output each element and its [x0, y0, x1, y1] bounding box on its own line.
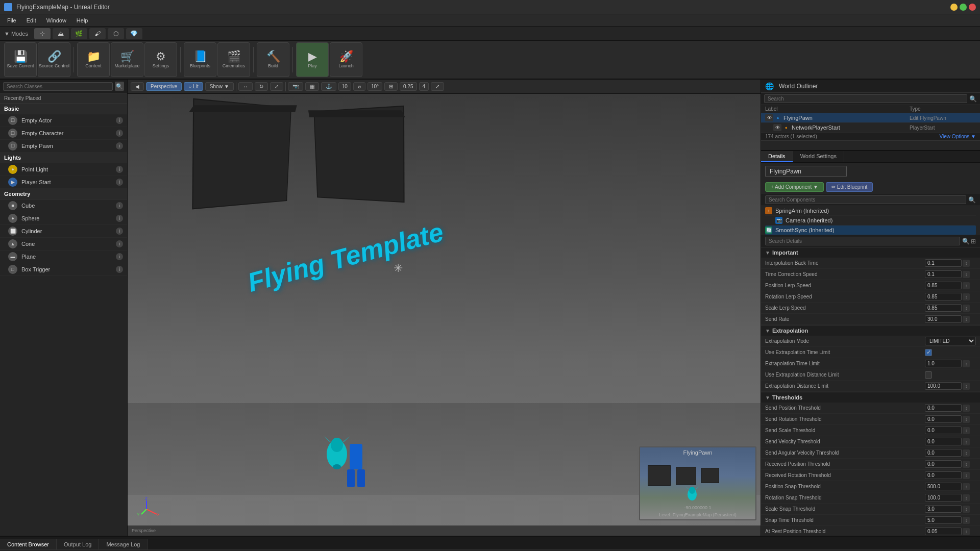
send-angular-velocity-threshold-spinner[interactable]: ↕: [963, 449, 970, 457]
viewport-arrow-left[interactable]: ◀: [131, 82, 144, 91]
search-classes-button[interactable]: 🔍: [115, 82, 124, 91]
save-current-button[interactable]: 💾 Save Current: [4, 42, 37, 77]
maximize-viewport-button[interactable]: ⤢: [431, 82, 444, 91]
menu-edit[interactable]: Edit: [21, 16, 41, 24]
outliner-search-button[interactable]: 🔍: [969, 95, 977, 103]
grid-toggle-button[interactable]: ▦: [305, 82, 319, 91]
send-angular-velocity-threshold-input[interactable]: [925, 449, 962, 457]
class-item-empty-actor[interactable]: ☐ Empty Actor i: [0, 114, 127, 127]
outliner-row-networkplayerstart[interactable]: 👁 🔸 NetworkPlayerStart PlayerStart: [761, 123, 980, 133]
component-name-input[interactable]: [765, 166, 847, 177]
search-classes-input[interactable]: [3, 82, 113, 91]
tab-output-log[interactable]: Output Log: [57, 539, 99, 549]
class-item-empty-character[interactable]: ☐ Empty Character i: [0, 127, 127, 140]
col-type-header[interactable]: Type: [910, 106, 976, 112]
scale-value[interactable]: 0.25: [400, 82, 416, 91]
empty-actor-info[interactable]: i: [116, 117, 123, 124]
class-item-point-light[interactable]: ● Point Light i: [0, 163, 127, 176]
tab-content-browser[interactable]: Content Browser: [0, 539, 57, 549]
send-scale-threshold-spinner[interactable]: ↕: [963, 427, 970, 434]
send-rotation-threshold-spinner[interactable]: ↕: [963, 416, 970, 423]
search-components-button[interactable]: 🔍: [968, 196, 976, 204]
translate-button[interactable]: ↔: [238, 82, 253, 91]
mode-geometry[interactable]: ⬡: [108, 28, 124, 39]
content-button[interactable]: 📁 Content: [77, 42, 110, 77]
grid-size-value[interactable]: 10: [338, 82, 351, 91]
extrapolation-distance-limit-input[interactable]: [925, 382, 962, 390]
class-item-cylinder[interactable]: ⬜ Cylinder i: [0, 225, 127, 238]
empty-pawn-info[interactable]: i: [116, 142, 123, 149]
class-item-sphere[interactable]: ● Sphere i: [0, 212, 127, 225]
networkplayerstart-visibility-toggle[interactable]: 👁: [773, 124, 781, 131]
extrapolation-time-limit-spinner[interactable]: ↕: [963, 360, 970, 367]
send-position-threshold-input[interactable]: [925, 404, 962, 412]
cylinder-info[interactable]: i: [116, 228, 123, 235]
interpolation-back-time-spinner[interactable]: ↕: [963, 260, 970, 267]
edit-blueprint-button[interactable]: ✏ Edit Blueprint: [826, 182, 873, 192]
view-options-button[interactable]: View Options ▼: [940, 134, 976, 139]
camera-speed-value[interactable]: 4: [419, 82, 429, 91]
perspective-button[interactable]: Perspective: [146, 82, 182, 91]
received-position-threshold-spinner[interactable]: ↕: [963, 461, 970, 468]
angle-icon[interactable]: ⌀: [353, 82, 365, 91]
position-lerp-speed-spinner[interactable]: ↕: [963, 282, 970, 289]
lit-button[interactable]: ○ Lit: [184, 82, 203, 91]
position-snap-threshold-input[interactable]: [925, 483, 962, 490]
snap-time-threshold-input[interactable]: [925, 516, 962, 524]
scale-snap-threshold-spinner[interactable]: ↕: [963, 506, 970, 513]
search-details-button[interactable]: 🔍: [962, 238, 970, 245]
menu-help[interactable]: Help: [71, 16, 93, 24]
use-extrapolation-time-limit-checkbox[interactable]: ✓: [925, 349, 932, 356]
received-position-threshold-input[interactable]: [925, 460, 962, 468]
empty-character-info[interactable]: i: [116, 130, 123, 137]
menu-file[interactable]: File: [2, 16, 21, 24]
flyingpawn-visibility-toggle[interactable]: 👁: [765, 114, 773, 121]
angle-value[interactable]: 10°: [368, 82, 382, 91]
search-details-input[interactable]: [765, 237, 960, 245]
comp-smoothsync[interactable]: 🔄 SmoothSync (Inherited): [765, 226, 976, 235]
extrapolation-mode-select[interactable]: LIMITED UNLIMITED NONE: [925, 337, 976, 345]
col-label-header[interactable]: Label: [765, 106, 910, 112]
mode-select[interactable]: ⊹: [34, 28, 51, 39]
position-snap-threshold-spinner[interactable]: ↕: [963, 483, 970, 490]
plane-info[interactable]: i: [116, 253, 123, 260]
scale-lerp-speed-input[interactable]: [925, 304, 962, 312]
received-rotation-threshold-spinner[interactable]: ↕: [963, 472, 970, 479]
rotation-snap-threshold-spinner[interactable]: ↕: [963, 494, 970, 502]
source-control-button[interactable]: 🔗 Source Control: [38, 42, 70, 77]
scale-button[interactable]: ⤢: [270, 82, 283, 91]
add-component-button[interactable]: + Add Component ▼: [765, 182, 824, 192]
minimize-button[interactable]: [950, 4, 958, 11]
interpolation-back-time-input[interactable]: [925, 259, 962, 267]
basic-section[interactable]: Basic: [0, 104, 127, 114]
snap-icon[interactable]: ⚓: [321, 82, 336, 91]
send-scale-threshold-input[interactable]: [925, 427, 962, 434]
launch-button[interactable]: 🚀 Launch: [330, 42, 362, 77]
viewport[interactable]: ◀ Perspective ○ Lit Show ▼ ↔ ↻ ⤢ 📷 ▦ ⚓ 1…: [128, 80, 761, 536]
mode-foliage[interactable]: 🌿: [71, 28, 87, 39]
tab-message-log[interactable]: Message Log: [99, 539, 148, 549]
send-rotation-threshold-input[interactable]: [925, 415, 962, 423]
menu-window[interactable]: Window: [41, 16, 71, 24]
send-rate-input[interactable]: [925, 315, 962, 323]
time-correction-speed-spinner[interactable]: ↕: [963, 271, 970, 278]
scale-snap-threshold-input[interactable]: [925, 505, 962, 513]
extrapolation-time-limit-input[interactable]: [925, 360, 962, 367]
class-item-cube[interactable]: ■ Cube i: [0, 199, 127, 212]
outliner-row-flyingpawn[interactable]: 👁 🔹 FlyingPawn Edit FlyingPawn: [761, 113, 980, 123]
settings-button[interactable]: ⚙ Settings: [144, 42, 177, 77]
maximize-button[interactable]: [960, 4, 967, 11]
marketplace-button[interactable]: 🛒 Marketplace: [111, 42, 143, 77]
class-item-cone[interactable]: ▲ Cone i: [0, 238, 127, 251]
tab-world-settings[interactable]: World Settings: [793, 151, 844, 162]
point-light-info[interactable]: i: [116, 166, 123, 173]
scale-lerp-speed-spinner[interactable]: ↕: [963, 305, 970, 312]
section-important-header[interactable]: ▼ Important: [761, 247, 980, 258]
received-rotation-threshold-input[interactable]: [925, 471, 962, 479]
search-components-input[interactable]: [765, 195, 966, 204]
rotation-lerp-speed-spinner[interactable]: ↕: [963, 293, 970, 300]
send-position-threshold-spinner[interactable]: ↕: [963, 405, 970, 412]
send-velocity-threshold-input[interactable]: [925, 438, 962, 445]
use-extrapolation-distance-limit-checkbox[interactable]: [925, 371, 932, 379]
section-thresholds-header[interactable]: ▼ Thresholds: [761, 392, 980, 403]
